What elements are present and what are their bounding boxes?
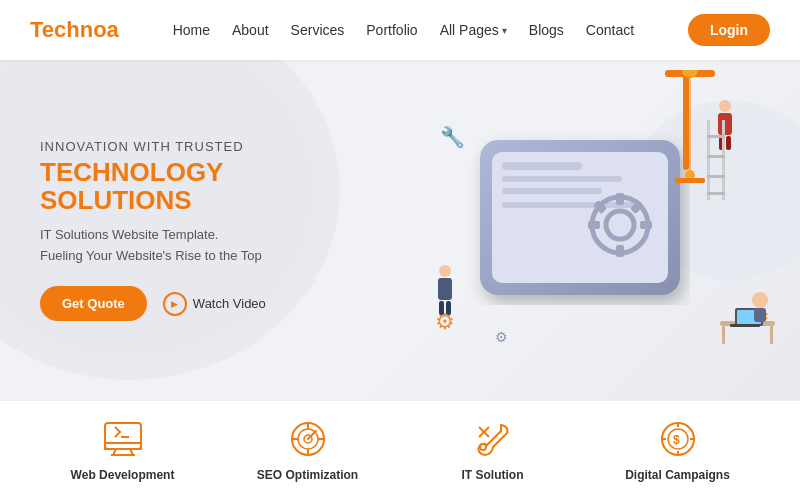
navbar: Technoa Home About Services Portfolio Al… (0, 0, 800, 60)
chevron-down-icon: ▾ (502, 25, 507, 36)
svg-rect-16 (588, 221, 600, 229)
service-label-seo: SEO Optimization (257, 468, 358, 482)
svg-rect-0 (683, 70, 689, 170)
svg-rect-8 (502, 162, 582, 170)
digital-campaigns-icon: $ (658, 421, 698, 462)
gear-decoration-small: ⚙ (495, 329, 508, 345)
service-label-it-solution: IT Solution (462, 468, 524, 482)
hero-subheading: INNOVATION WITH TRUSTED (40, 139, 380, 154)
person-illustration-1 (438, 265, 452, 315)
hero-content: INNOVATION WITH TRUSTED TECHNOLOGY SOLUT… (40, 139, 380, 322)
nav-item-home[interactable]: Home (173, 22, 210, 38)
svg-rect-33 (754, 308, 766, 322)
service-item-digital-campaigns: $ Digital Campaigns (585, 421, 770, 482)
web-dev-icon (103, 421, 143, 462)
nav-item-about[interactable]: About (232, 22, 269, 38)
play-icon: ▶ (163, 292, 187, 316)
service-item-web-dev: Web Development (30, 421, 215, 482)
service-label-digital-campaigns: Digital Campaigns (625, 468, 730, 482)
svg-rect-27 (722, 326, 725, 344)
svg-rect-10 (502, 188, 602, 194)
nav-item-contact[interactable]: Contact (586, 22, 634, 38)
svg-rect-35 (105, 443, 141, 449)
svg-rect-28 (770, 326, 773, 344)
hero-actions: Get Quote ▶ Watch Video (40, 286, 380, 321)
nav-item-services[interactable]: Services (291, 22, 345, 38)
svg-rect-17 (640, 221, 652, 229)
it-solution-icon (473, 421, 513, 462)
login-button[interactable]: Login (688, 14, 770, 46)
services-bar: Web Development SEO Optimization (0, 400, 800, 500)
nav-item-blogs[interactable]: Blogs (529, 22, 564, 38)
nav-links: Home About Services Portfolio All Pages … (173, 22, 634, 38)
hero-main-heading: TECHNOLOGY SOLUTIONS (40, 158, 380, 215)
svg-rect-5 (675, 178, 705, 183)
get-quote-button[interactable]: Get Quote (40, 286, 147, 321)
service-label-web-dev: Web Development (71, 468, 175, 482)
svg-rect-9 (502, 176, 622, 182)
svg-point-50 (480, 444, 486, 450)
crane-illustration (655, 70, 725, 200)
svg-rect-14 (616, 193, 624, 205)
hero-illustration: ⚙ ⚙ ⚙ (410, 70, 780, 390)
hero-description: IT Solutions Website Template. Fueling Y… (40, 225, 380, 267)
person-illustration-3 (710, 286, 780, 350)
service-item-it-solution: IT Solution (400, 421, 585, 482)
svg-text:$: $ (673, 433, 680, 447)
svg-point-32 (752, 292, 768, 308)
svg-rect-7 (492, 152, 668, 283)
wrench-decoration: 🔧 (440, 125, 465, 149)
watch-video-link[interactable]: ▶ Watch Video (163, 292, 266, 316)
seo-icon (288, 421, 328, 462)
nav-item-all-pages[interactable]: All Pages ▾ (440, 22, 507, 38)
nav-item-portfolio[interactable]: Portfolio (366, 22, 417, 38)
svg-rect-31 (730, 324, 760, 327)
brand-logo: Technoa (30, 17, 119, 43)
service-item-seo: SEO Optimization (215, 421, 400, 482)
hero-section: INNOVATION WITH TRUSTED TECHNOLOGY SOLUT… (0, 60, 800, 400)
svg-rect-15 (616, 245, 624, 257)
